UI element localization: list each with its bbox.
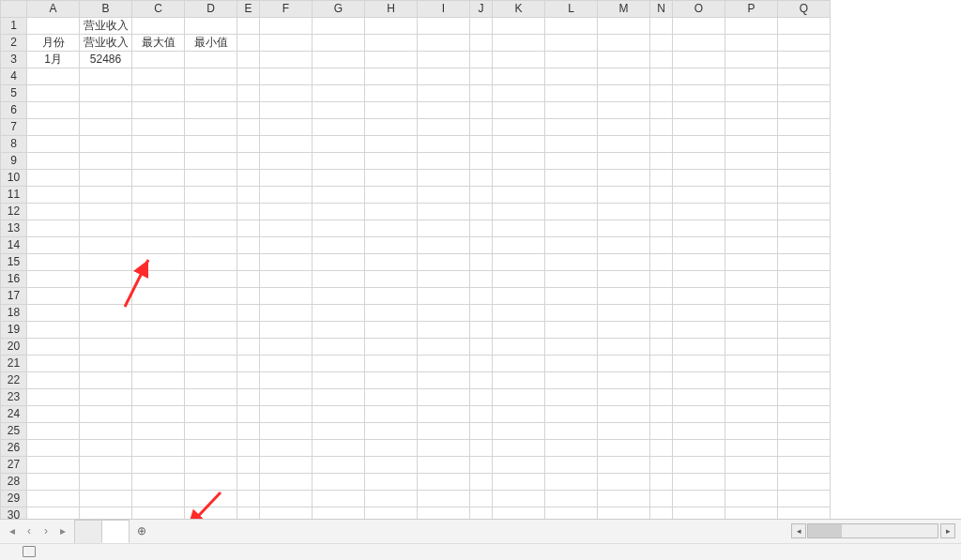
- cell-Q5[interactable]: [778, 85, 831, 102]
- cell-E16[interactable]: [237, 271, 260, 288]
- cell-M16[interactable]: [598, 271, 650, 288]
- cell-J7[interactable]: [470, 119, 493, 136]
- cell-B15[interactable]: [80, 254, 132, 271]
- cell-F29[interactable]: [260, 491, 313, 507]
- cell-P23[interactable]: [725, 389, 778, 406]
- col-header-I[interactable]: I: [418, 1, 470, 18]
- cell-M15[interactable]: [598, 254, 650, 271]
- cell-L26[interactable]: [545, 440, 598, 457]
- cell-F3[interactable]: [260, 52, 313, 68]
- cell-K22[interactable]: [493, 372, 545, 389]
- cell-O30[interactable]: [673, 507, 725, 519]
- cell-H29[interactable]: [365, 491, 418, 507]
- row-header-26[interactable]: 26: [1, 440, 27, 457]
- cell-L17[interactable]: [545, 288, 598, 305]
- cell-K16[interactable]: [493, 271, 545, 288]
- cell-O9[interactable]: [673, 153, 725, 170]
- cell-L3[interactable]: [545, 52, 598, 68]
- cell-A21[interactable]: [27, 356, 80, 372]
- cell-C12[interactable]: [132, 204, 185, 220]
- cell-L4[interactable]: [545, 68, 598, 85]
- cell-Q12[interactable]: [778, 204, 831, 220]
- cell-E20[interactable]: [237, 339, 260, 356]
- cell-L22[interactable]: [545, 372, 598, 389]
- cell-C5[interactable]: [132, 85, 185, 102]
- cell-B30[interactable]: [80, 507, 132, 519]
- cell-P24[interactable]: [725, 406, 778, 423]
- cell-G23[interactable]: [313, 389, 365, 406]
- cell-B22[interactable]: [80, 372, 132, 389]
- cell-G19[interactable]: [313, 322, 365, 339]
- cell-E24[interactable]: [237, 406, 260, 423]
- cell-A2[interactable]: 月份: [27, 35, 80, 52]
- cell-E29[interactable]: [237, 491, 260, 507]
- cell-J6[interactable]: [470, 102, 493, 119]
- cell-L18[interactable]: [545, 305, 598, 322]
- cell-H11[interactable]: [365, 187, 418, 204]
- cell-C13[interactable]: [132, 220, 185, 237]
- col-header-F[interactable]: F: [260, 1, 313, 18]
- cell-J19[interactable]: [470, 322, 493, 339]
- cell-N1[interactable]: [650, 18, 673, 35]
- cell-E23[interactable]: [237, 389, 260, 406]
- row-header-5[interactable]: 5: [1, 85, 27, 102]
- cell-B4[interactable]: [80, 68, 132, 85]
- cell-J30[interactable]: [470, 507, 493, 519]
- cell-L9[interactable]: [545, 153, 598, 170]
- cell-O6[interactable]: [673, 102, 725, 119]
- cell-B14[interactable]: [80, 237, 132, 254]
- cell-F24[interactable]: [260, 406, 313, 423]
- cell-L27[interactable]: [545, 457, 598, 474]
- cell-K14[interactable]: [493, 237, 545, 254]
- cell-Q30[interactable]: [778, 507, 831, 519]
- cell-I22[interactable]: [418, 372, 470, 389]
- cell-F6[interactable]: [260, 102, 313, 119]
- cell-K13[interactable]: [493, 220, 545, 237]
- cell-Q10[interactable]: [778, 170, 831, 187]
- cell-N19[interactable]: [650, 322, 673, 339]
- cell-H16[interactable]: [365, 271, 418, 288]
- cell-Q21[interactable]: [778, 356, 831, 372]
- cell-B25[interactable]: [80, 423, 132, 440]
- col-header-O[interactable]: O: [673, 1, 725, 18]
- row-header-25[interactable]: 25: [1, 423, 27, 440]
- cell-F2[interactable]: [260, 35, 313, 52]
- cell-C20[interactable]: [132, 339, 185, 356]
- cell-J14[interactable]: [470, 237, 493, 254]
- row-header-28[interactable]: 28: [1, 474, 27, 491]
- cell-N7[interactable]: [650, 119, 673, 136]
- cell-C19[interactable]: [132, 322, 185, 339]
- cell-L2[interactable]: [545, 35, 598, 52]
- cell-O15[interactable]: [673, 254, 725, 271]
- cell-B18[interactable]: [80, 305, 132, 322]
- cell-P5[interactable]: [725, 85, 778, 102]
- cell-M24[interactable]: [598, 406, 650, 423]
- cell-D21[interactable]: [185, 356, 237, 372]
- cell-F8[interactable]: [260, 136, 313, 153]
- cell-O14[interactable]: [673, 237, 725, 254]
- cell-Q27[interactable]: [778, 457, 831, 474]
- cell-K15[interactable]: [493, 254, 545, 271]
- cell-O7[interactable]: [673, 119, 725, 136]
- cell-N5[interactable]: [650, 85, 673, 102]
- cell-N20[interactable]: [650, 339, 673, 356]
- row-header-21[interactable]: 21: [1, 356, 27, 372]
- cell-H17[interactable]: [365, 288, 418, 305]
- row-header-19[interactable]: 19: [1, 322, 27, 339]
- cell-A16[interactable]: [27, 271, 80, 288]
- cell-E21[interactable]: [237, 356, 260, 372]
- cell-J10[interactable]: [470, 170, 493, 187]
- cell-K28[interactable]: [493, 474, 545, 491]
- cell-D11[interactable]: [185, 187, 237, 204]
- status-mode-icon[interactable]: [23, 546, 36, 557]
- cell-C10[interactable]: [132, 170, 185, 187]
- cell-D12[interactable]: [185, 204, 237, 220]
- col-header-Q[interactable]: Q: [778, 1, 831, 18]
- cell-Q26[interactable]: [778, 440, 831, 457]
- cell-O23[interactable]: [673, 389, 725, 406]
- cell-M9[interactable]: [598, 153, 650, 170]
- cell-C21[interactable]: [132, 356, 185, 372]
- cell-H14[interactable]: [365, 237, 418, 254]
- cell-D5[interactable]: [185, 85, 237, 102]
- cell-L11[interactable]: [545, 187, 598, 204]
